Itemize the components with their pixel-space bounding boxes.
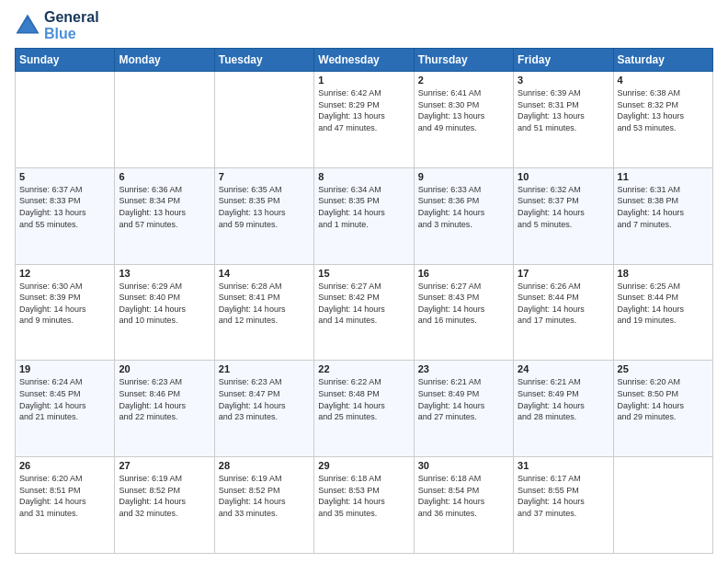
day-number: 12 xyxy=(19,268,110,279)
day-number: 29 xyxy=(318,460,409,471)
calendar-cell: 1Sunrise: 6:42 AM Sunset: 8:29 PM Daylig… xyxy=(314,72,414,168)
day-info: Sunrise: 6:17 AM Sunset: 8:55 PM Dayligh… xyxy=(518,473,609,519)
day-number: 10 xyxy=(518,171,609,182)
calendar-cell: 19Sunrise: 6:24 AM Sunset: 8:45 PM Dayli… xyxy=(16,361,115,457)
calendar-week-2: 5Sunrise: 6:37 AM Sunset: 8:33 PM Daylig… xyxy=(16,167,713,264)
day-number: 14 xyxy=(219,268,310,279)
calendar-cell: 17Sunrise: 6:26 AM Sunset: 8:44 PM Dayli… xyxy=(514,264,613,361)
day-info: Sunrise: 6:18 AM Sunset: 8:54 PM Dayligh… xyxy=(418,473,509,519)
calendar-cell: 9Sunrise: 6:33 AM Sunset: 8:36 PM Daylig… xyxy=(414,167,513,264)
day-info: Sunrise: 6:22 AM Sunset: 8:48 PM Dayligh… xyxy=(318,376,409,422)
calendar-cell: 18Sunrise: 6:25 AM Sunset: 8:44 PM Dayli… xyxy=(613,264,712,361)
day-info: Sunrise: 6:35 AM Sunset: 8:35 PM Dayligh… xyxy=(219,184,310,230)
day-number: 31 xyxy=(518,460,609,471)
day-info: Sunrise: 6:25 AM Sunset: 8:44 PM Dayligh… xyxy=(618,281,709,327)
day-number: 26 xyxy=(19,460,110,471)
day-info: Sunrise: 6:31 AM Sunset: 8:38 PM Dayligh… xyxy=(618,184,709,230)
day-info: Sunrise: 6:30 AM Sunset: 8:39 PM Dayligh… xyxy=(19,281,110,327)
calendar-cell: 14Sunrise: 6:28 AM Sunset: 8:41 PM Dayli… xyxy=(214,264,313,361)
calendar-cell xyxy=(16,72,115,168)
calendar: SundayMondayTuesdayWednesdayThursdayFrid… xyxy=(15,48,713,554)
day-number: 27 xyxy=(119,460,210,471)
calendar-cell: 23Sunrise: 6:21 AM Sunset: 8:49 PM Dayli… xyxy=(414,361,513,457)
calendar-cell xyxy=(613,457,712,554)
day-info: Sunrise: 6:28 AM Sunset: 8:41 PM Dayligh… xyxy=(219,281,310,327)
day-info: Sunrise: 6:39 AM Sunset: 8:31 PM Dayligh… xyxy=(518,87,609,133)
day-info: Sunrise: 6:32 AM Sunset: 8:37 PM Dayligh… xyxy=(518,184,609,230)
day-info: Sunrise: 6:41 AM Sunset: 8:30 PM Dayligh… xyxy=(418,87,509,133)
calendar-cell xyxy=(115,72,214,168)
calendar-cell: 29Sunrise: 6:18 AM Sunset: 8:53 PM Dayli… xyxy=(314,457,414,554)
day-number: 11 xyxy=(618,171,709,182)
calendar-week-4: 19Sunrise: 6:24 AM Sunset: 8:45 PM Dayli… xyxy=(16,361,713,457)
day-number: 5 xyxy=(19,171,110,182)
day-info: Sunrise: 6:20 AM Sunset: 8:50 PM Dayligh… xyxy=(618,376,709,422)
calendar-header-monday: Monday xyxy=(115,49,214,72)
day-number: 21 xyxy=(219,363,310,374)
calendar-cell: 3Sunrise: 6:39 AM Sunset: 8:31 PM Daylig… xyxy=(514,72,613,168)
day-number: 3 xyxy=(518,75,609,86)
logo-icon xyxy=(15,13,40,39)
day-number: 13 xyxy=(119,268,210,279)
day-info: Sunrise: 6:26 AM Sunset: 8:44 PM Dayligh… xyxy=(518,281,609,327)
header: General Blue xyxy=(15,9,713,42)
day-number: 22 xyxy=(318,363,409,374)
calendar-header-row: SundayMondayTuesdayWednesdayThursdayFrid… xyxy=(16,49,713,72)
day-info: Sunrise: 6:37 AM Sunset: 8:33 PM Dayligh… xyxy=(19,184,110,230)
calendar-header-thursday: Thursday xyxy=(414,49,513,72)
day-info: Sunrise: 6:42 AM Sunset: 8:29 PM Dayligh… xyxy=(318,87,409,133)
calendar-cell: 5Sunrise: 6:37 AM Sunset: 8:33 PM Daylig… xyxy=(16,167,115,264)
calendar-cell: 28Sunrise: 6:19 AM Sunset: 8:52 PM Dayli… xyxy=(214,457,313,554)
logo: General Blue xyxy=(15,9,99,42)
day-number: 8 xyxy=(318,171,409,182)
day-info: Sunrise: 6:38 AM Sunset: 8:32 PM Dayligh… xyxy=(618,87,709,133)
calendar-cell: 7Sunrise: 6:35 AM Sunset: 8:35 PM Daylig… xyxy=(214,167,313,264)
day-number: 1 xyxy=(318,75,409,86)
calendar-header-saturday: Saturday xyxy=(613,49,712,72)
calendar-cell xyxy=(214,72,313,168)
calendar-cell: 10Sunrise: 6:32 AM Sunset: 8:37 PM Dayli… xyxy=(514,167,613,264)
calendar-cell: 25Sunrise: 6:20 AM Sunset: 8:50 PM Dayli… xyxy=(613,361,712,457)
calendar-cell: 6Sunrise: 6:36 AM Sunset: 8:34 PM Daylig… xyxy=(115,167,214,264)
day-number: 20 xyxy=(119,363,210,374)
day-number: 19 xyxy=(19,363,110,374)
calendar-header-tuesday: Tuesday xyxy=(214,49,313,72)
day-info: Sunrise: 6:34 AM Sunset: 8:35 PM Dayligh… xyxy=(318,184,409,230)
day-number: 9 xyxy=(418,171,509,182)
calendar-cell: 27Sunrise: 6:19 AM Sunset: 8:52 PM Dayli… xyxy=(115,457,214,554)
day-info: Sunrise: 6:21 AM Sunset: 8:49 PM Dayligh… xyxy=(518,376,609,422)
day-info: Sunrise: 6:21 AM Sunset: 8:49 PM Dayligh… xyxy=(418,376,509,422)
day-info: Sunrise: 6:27 AM Sunset: 8:42 PM Dayligh… xyxy=(318,281,409,327)
day-info: Sunrise: 6:18 AM Sunset: 8:53 PM Dayligh… xyxy=(318,473,409,519)
calendar-cell: 11Sunrise: 6:31 AM Sunset: 8:38 PM Dayli… xyxy=(613,167,712,264)
calendar-week-1: 1Sunrise: 6:42 AM Sunset: 8:29 PM Daylig… xyxy=(16,72,713,168)
day-number: 6 xyxy=(119,171,210,182)
day-info: Sunrise: 6:19 AM Sunset: 8:52 PM Dayligh… xyxy=(119,473,210,519)
calendar-cell: 30Sunrise: 6:18 AM Sunset: 8:54 PM Dayli… xyxy=(414,457,513,554)
day-number: 16 xyxy=(418,268,509,279)
day-number: 23 xyxy=(418,363,509,374)
day-info: Sunrise: 6:33 AM Sunset: 8:36 PM Dayligh… xyxy=(418,184,509,230)
day-number: 4 xyxy=(618,75,709,86)
day-info: Sunrise: 6:19 AM Sunset: 8:52 PM Dayligh… xyxy=(219,473,310,519)
day-info: Sunrise: 6:36 AM Sunset: 8:34 PM Dayligh… xyxy=(119,184,210,230)
day-info: Sunrise: 6:23 AM Sunset: 8:46 PM Dayligh… xyxy=(119,376,210,422)
calendar-cell: 31Sunrise: 6:17 AM Sunset: 8:55 PM Dayli… xyxy=(514,457,613,554)
day-number: 7 xyxy=(219,171,310,182)
calendar-week-3: 12Sunrise: 6:30 AM Sunset: 8:39 PM Dayli… xyxy=(16,264,713,361)
calendar-cell: 13Sunrise: 6:29 AM Sunset: 8:40 PM Dayli… xyxy=(115,264,214,361)
calendar-header-friday: Friday xyxy=(514,49,613,72)
day-number: 25 xyxy=(618,363,709,374)
day-number: 24 xyxy=(518,363,609,374)
calendar-week-5: 26Sunrise: 6:20 AM Sunset: 8:51 PM Dayli… xyxy=(16,457,713,554)
day-info: Sunrise: 6:20 AM Sunset: 8:51 PM Dayligh… xyxy=(19,473,110,519)
day-number: 18 xyxy=(618,268,709,279)
day-number: 28 xyxy=(219,460,310,471)
page: General Blue SundayMondayTuesdayWednesda… xyxy=(0,0,728,563)
day-info: Sunrise: 6:24 AM Sunset: 8:45 PM Dayligh… xyxy=(19,376,110,422)
day-info: Sunrise: 6:29 AM Sunset: 8:40 PM Dayligh… xyxy=(119,281,210,327)
calendar-cell: 21Sunrise: 6:23 AM Sunset: 8:47 PM Dayli… xyxy=(214,361,313,457)
calendar-cell: 16Sunrise: 6:27 AM Sunset: 8:43 PM Dayli… xyxy=(414,264,513,361)
day-number: 30 xyxy=(418,460,509,471)
calendar-cell: 15Sunrise: 6:27 AM Sunset: 8:42 PM Dayli… xyxy=(314,264,414,361)
